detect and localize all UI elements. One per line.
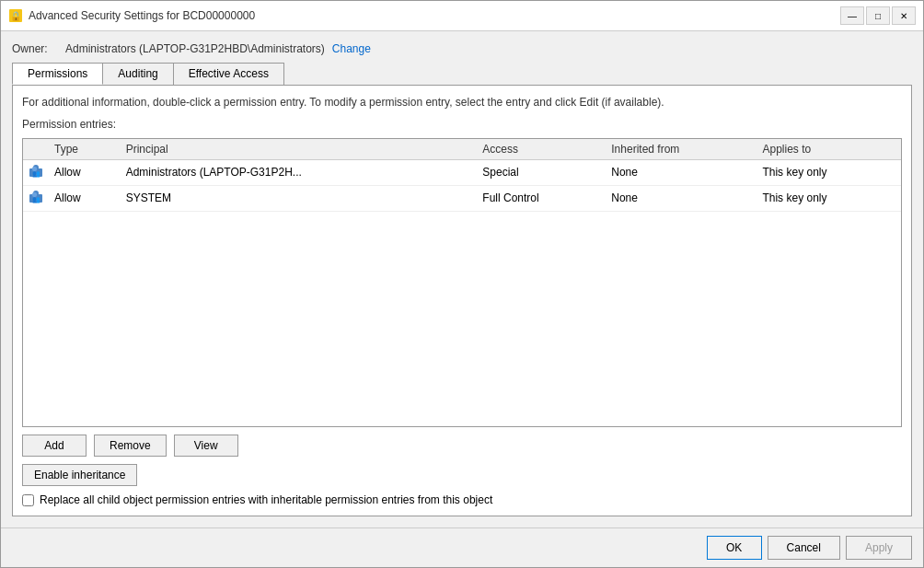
- permissions-table-container: Type Principal Access Inherited from App…: [22, 138, 902, 427]
- row-inherited-from: None: [606, 185, 757, 211]
- maximize-button[interactable]: □: [866, 6, 890, 25]
- row-principal: Administrators (LAPTOP-G31P2H...: [121, 159, 478, 185]
- row-type: Allow: [49, 159, 121, 185]
- window-controls: — □ ✕: [840, 6, 916, 25]
- col-access: Access: [477, 139, 606, 160]
- cancel-button[interactable]: Cancel: [768, 536, 840, 560]
- enable-inheritance-button[interactable]: Enable inheritance: [22, 464, 137, 486]
- row-type: Allow: [49, 185, 121, 211]
- col-type: [23, 139, 49, 160]
- owner-row: Owner: Administrators (LAPTOP-G31P2HBD\A…: [12, 42, 912, 55]
- row-access: Full Control: [477, 185, 606, 211]
- title-bar: 🔒 Advanced Security Settings for BCD0000…: [1, 1, 923, 31]
- row-access: Special: [477, 159, 606, 185]
- minimize-button[interactable]: —: [840, 6, 864, 25]
- row-icon: 👥: [23, 159, 49, 185]
- permissions-table: Type Principal Access Inherited from App…: [23, 139, 901, 212]
- permissions-panel: For additional information, double-click…: [12, 86, 912, 516]
- col-type-label: Type: [49, 139, 121, 160]
- svg-text:🔒: 🔒: [10, 10, 22, 22]
- footer: OK Cancel Apply: [1, 527, 923, 567]
- tabs-bar: Permissions Auditing Effective Access: [12, 63, 912, 86]
- main-window: 🔒 Advanced Security Settings for BCD0000…: [0, 0, 924, 568]
- window-icon: 🔒: [8, 8, 23, 23]
- change-owner-link[interactable]: Change: [332, 42, 371, 55]
- tab-permissions[interactable]: Permissions: [12, 63, 103, 85]
- window-title: Advanced Security Settings for BCD000000…: [29, 9, 835, 22]
- action-buttons: Add Remove View: [22, 435, 902, 457]
- replace-label: Replace all child object permission entr…: [40, 493, 492, 506]
- col-applies-to: Applies to: [757, 139, 901, 160]
- replace-checkbox-row: Replace all child object permission entr…: [22, 493, 902, 506]
- view-button[interactable]: View: [174, 435, 238, 457]
- row-inherited-from: None: [606, 159, 757, 185]
- close-button[interactable]: ✕: [892, 6, 916, 25]
- info-text: For additional information, double-click…: [22, 95, 902, 110]
- col-principal: Principal: [121, 139, 478, 160]
- svg-text:👥: 👥: [32, 195, 40, 203]
- inheritance-section: Enable inheritance: [22, 464, 902, 486]
- tab-effective-access[interactable]: Effective Access: [173, 63, 284, 85]
- row-icon: 👥: [23, 185, 49, 211]
- table-header-row: Type Principal Access Inherited from App…: [23, 139, 901, 160]
- apply-button[interactable]: Apply: [846, 536, 912, 560]
- perm-entries-label: Permission entries:: [22, 118, 902, 131]
- tab-auditing[interactable]: Auditing: [102, 63, 173, 85]
- row-applies-to: This key only: [757, 185, 901, 211]
- main-content: Owner: Administrators (LAPTOP-G31P2HBD\A…: [1, 31, 923, 527]
- table-row[interactable]: 👥 AllowSYSTEMFull ControlNoneThis key on…: [23, 185, 901, 211]
- svg-text:👥: 👥: [32, 169, 40, 178]
- table-row[interactable]: 👥 AllowAdministrators (LAPTOP-G31P2H...S…: [23, 159, 901, 185]
- col-inherited-from: Inherited from: [606, 139, 757, 160]
- owner-label: Owner:: [12, 42, 58, 55]
- row-applies-to: This key only: [757, 159, 901, 185]
- ok-button[interactable]: OK: [707, 536, 762, 560]
- owner-value: Administrators (LAPTOP-G31P2HBD\Administ…: [65, 42, 325, 55]
- remove-button[interactable]: Remove: [94, 435, 167, 457]
- row-principal: SYSTEM: [121, 185, 478, 211]
- add-button[interactable]: Add: [22, 435, 87, 457]
- replace-checkbox[interactable]: [22, 494, 34, 506]
